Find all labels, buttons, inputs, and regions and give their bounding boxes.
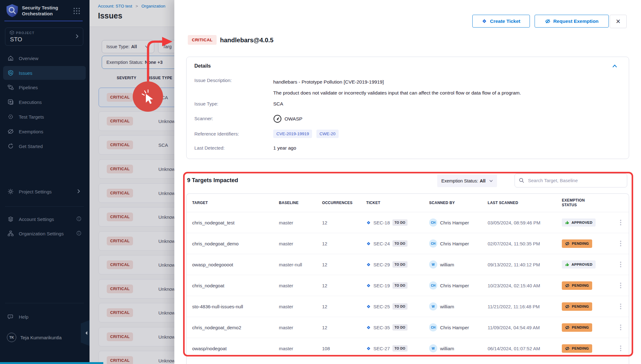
target-row[interactable]: owasp/nodegoat master 108 SEC-27 TO DO W…	[187, 338, 629, 359]
create-ticket-button[interactable]: Create Ticket	[472, 15, 530, 28]
scanned-by-name: william	[440, 262, 454, 267]
sidebar-item-label: Pipelines	[19, 85, 38, 90]
sidebar-item-exemptions[interactable]: Exemptions	[3, 125, 86, 138]
sidebar-item-label: Help	[19, 314, 28, 320]
svg-text:?: ?	[10, 315, 11, 318]
page-title: Issues	[98, 11, 122, 20]
sidebar-item-organization-settings[interactable]: Organization Settings	[3, 227, 86, 240]
breadcrumb-account-link[interactable]: Account: STO test	[98, 4, 132, 8]
ticket-id[interactable]: SEC-27	[373, 346, 390, 351]
issue-row[interactable]: CRITICALSCA	[99, 88, 174, 107]
sidebar-collapse-handle[interactable]	[81, 320, 90, 346]
info-icon[interactable]	[76, 231, 81, 236]
issue-row[interactable]: CRITICALUnknown	[99, 111, 174, 131]
row-menu-kebab-icon[interactable]	[618, 302, 623, 311]
issue-type-cell: Unknown	[158, 214, 174, 220]
detail-row-references: Reference Identifiers: CVE-2019-19919 CW…	[194, 130, 341, 138]
chevron-right-icon	[76, 189, 81, 193]
target-cell: owasp_nodegoooot	[192, 262, 279, 267]
scanned-by-name: Chris Hamper	[440, 283, 469, 288]
target-row[interactable]: sto-4836-null-issues-null master 12 SEC-…	[187, 296, 629, 317]
sidebar-item-pipelines[interactable]: Pipelines	[3, 80, 86, 94]
row-menu-kebab-icon[interactable]	[618, 281, 623, 290]
sidebar-item-overview[interactable]: Overview	[3, 51, 86, 65]
project-selector[interactable]: PROJECT STO	[5, 28, 83, 46]
severity-badge: CRITICAL	[107, 117, 133, 126]
target-row[interactable]: owasp_nodegoooot master-null 12 SEC-29 T…	[187, 254, 629, 275]
issue-row[interactable]: CRITICALUnknown	[99, 159, 174, 179]
column-header-last-scanned: LAST SCANNED	[488, 201, 562, 205]
issue-row[interactable]: CRITICALUnknown	[99, 303, 174, 322]
sidebar-item-get-started[interactable]: Get Started	[3, 139, 86, 153]
severity-badge: CRITICAL	[107, 332, 133, 341]
detail-label: Last Detected:	[194, 145, 273, 151]
ticket-id[interactable]: SEC-18	[373, 220, 390, 225]
ticket-cell[interactable]: SEC-35 TO DO	[366, 324, 429, 331]
sidebar-item-help[interactable]: ? Help	[3, 310, 86, 324]
ticket-id[interactable]: SEC-35	[373, 325, 390, 330]
issue-type-cell: SCA	[158, 95, 168, 100]
issue-type-cell: Unknown	[158, 191, 174, 196]
sidebar-item-test-targets[interactable]: Test Targets	[3, 110, 86, 124]
row-menu-kebab-icon[interactable]	[618, 218, 623, 227]
ticket-cell[interactable]: SEC-27 TO DO	[366, 345, 429, 351]
detail-row-description: Issue Description: handlebars - Prototyp…	[194, 78, 521, 97]
pipelines-icon	[8, 84, 14, 90]
severity-badge: CRITICAL	[107, 213, 133, 221]
issue-row[interactable]: CRITICALUnknown	[99, 351, 174, 364]
target-row[interactable]: chris_nodegoat_test master 12 SEC-18 TO …	[187, 212, 629, 233]
issue-row[interactable]: CRITICALUnknown	[99, 231, 174, 251]
collapse-chevron-up-icon[interactable]	[612, 63, 618, 69]
target-row[interactable]: chris_nodegoat master 12 SEC-19 TO DO CH…	[187, 275, 629, 296]
module-grid-icon[interactable]	[73, 8, 80, 14]
user-profile[interactable]: TK Teja Kummarikuntla	[3, 329, 86, 346]
issue-row[interactable]: CRITICALUnknown	[99, 207, 174, 227]
avatar: W	[429, 260, 437, 269]
target-row[interactable]: chris_nodegoat_demo master 12 SEC-24 TO …	[187, 233, 629, 254]
row-menu-kebab-icon[interactable]	[618, 260, 623, 269]
request-exemption-button[interactable]: Request Exemption	[535, 15, 609, 28]
scanned-by-cell: W william	[429, 260, 488, 269]
jira-diamond-icon	[366, 346, 371, 351]
issue-type-cell: SCA	[158, 142, 168, 148]
sidebar-item-label: Account Settings	[19, 217, 54, 222]
ticket-cell[interactable]: SEC-29 TO DO	[366, 261, 429, 268]
issue-row[interactable]: CRITICALSCA	[99, 135, 174, 155]
breadcrumb-org-link[interactable]: Organization	[141, 4, 166, 8]
row-menu-kebab-icon[interactable]	[618, 239, 623, 248]
target-filter[interactable]: Targ	[158, 40, 174, 53]
exemption-status-dropdown[interactable]: Exemption Status: All	[437, 174, 497, 187]
issue-row[interactable]: CRITICALUnknown	[99, 255, 174, 274]
sidebar-item-account-settings[interactable]: Account Settings	[3, 212, 86, 226]
info-icon[interactable]	[76, 216, 81, 221]
target-row[interactable]: chris_nodegoat_demo2 master 12 SEC-35 TO…	[187, 317, 629, 338]
row-menu-kebab-icon[interactable]	[618, 344, 623, 353]
reference-chip[interactable]: CWE-20	[316, 130, 339, 138]
issue-type-filter[interactable]: Issue Type: All	[102, 40, 154, 53]
thumbs-up-icon	[565, 262, 569, 267]
breadcrumb-separator: >	[136, 4, 138, 8]
ticket-id[interactable]: SEC-24	[373, 241, 390, 246]
jira-diamond-icon	[366, 262, 371, 267]
exemption-status-filter[interactable]: Exemption Status: None +3	[102, 56, 174, 69]
issue-row[interactable]: CRITICALUnknown	[99, 279, 174, 299]
sidebar-item-executions[interactable]: Executions	[3, 95, 86, 109]
reference-chip[interactable]: CVE-2019-19919	[273, 130, 312, 138]
scanned-by-name: Chris Hamper	[440, 220, 469, 225]
ticket-id[interactable]: SEC-19	[373, 283, 390, 288]
close-button[interactable]: ✕	[610, 15, 627, 28]
search-input[interactable]	[527, 177, 616, 183]
ticket-id[interactable]: SEC-29	[373, 262, 390, 267]
issue-row[interactable]: CRITICALUnknown	[99, 327, 174, 346]
ticket-cell[interactable]: SEC-24 TO DO	[366, 240, 429, 247]
button-label: Request Exemption	[553, 18, 599, 24]
ticket-cell[interactable]: SEC-18 TO DO	[366, 219, 429, 226]
issue-row[interactable]: CRITICALUnknown	[99, 183, 174, 203]
ticket-cell[interactable]: SEC-19 TO DO	[366, 282, 429, 289]
row-menu-kebab-icon[interactable]	[618, 323, 623, 332]
sidebar-item-project-settings[interactable]: Project Settings	[3, 185, 86, 198]
ticket-id[interactable]: SEC-25	[373, 304, 390, 309]
baseline-cell: master-null	[279, 262, 322, 267]
sidebar-item-issues[interactable]: Issues	[3, 66, 86, 80]
ticket-cell[interactable]: SEC-25 TO DO	[366, 303, 429, 310]
